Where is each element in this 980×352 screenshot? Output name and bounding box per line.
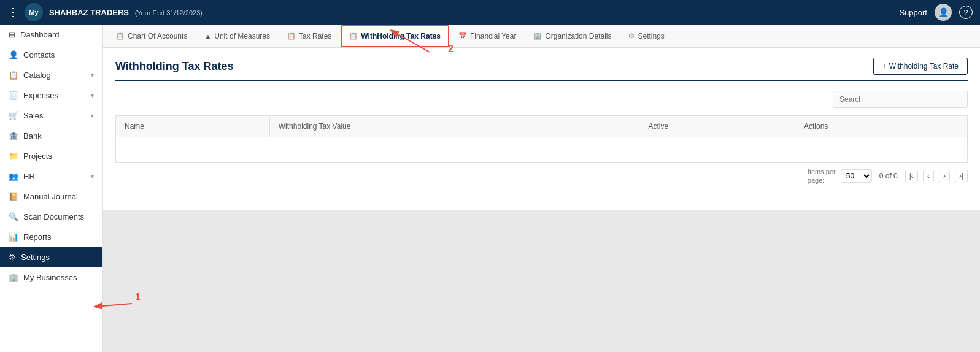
tab-settings-tab[interactable]: ⚙ Settings — [620, 25, 672, 47]
manual-journal-icon: 📔 — [9, 192, 18, 201]
sidebar-item-sales[interactable]: 🛒 Sales ▾ — [0, 105, 102, 126]
help-icon[interactable]: ? — [959, 6, 973, 19]
data-table: NameWithholding Tax ValueActiveActions — [115, 115, 968, 163]
tab-financial-year[interactable]: 📅 Financial Year — [450, 25, 524, 47]
sidebar-item-label: HR — [23, 172, 86, 181]
page-title-row: Withholding Tax Rates + Withholding Tax … — [115, 58, 968, 81]
catalog-icon: 📋 — [9, 71, 18, 80]
content-area: 📋 Chart Of Accounts ▲ Unit of Measures 📋… — [103, 25, 980, 352]
tab-unit-of-measures[interactable]: ▲ Unit of Measures — [196, 25, 278, 47]
chevron-down-icon: ▾ — [91, 92, 94, 99]
sidebar-item-label: Bank — [23, 131, 94, 140]
tab-label: WithHolding Tax Rates — [361, 32, 441, 40]
col-header-name: Name — [116, 116, 270, 137]
sidebar-item-manual-journal[interactable]: 📔 Manual Journal — [0, 186, 102, 207]
sidebar-item-label: Settings — [21, 253, 94, 262]
scan-documents-icon: 🔍 — [9, 212, 18, 221]
items-per-page-select[interactable]: 102550100 — [841, 169, 872, 183]
user-avatar[interactable]: 👤 — [935, 4, 952, 21]
sidebar-item-projects[interactable]: 📁 Projects — [0, 146, 102, 166]
sidebar-item-label: Reports — [23, 232, 94, 242]
tab-label: Unit of Measures — [214, 32, 270, 40]
col-header-active: Active — [639, 116, 795, 137]
page-title: Withholding Tax Rates — [115, 60, 234, 73]
sidebar-item-reports[interactable]: 📊 Reports — [0, 227, 102, 247]
main-layout: ⊞ Dashboard 👤 Contacts 📋 Catalog ▾ 🧾 Exp… — [0, 25, 980, 352]
chevron-down-icon: ▾ — [91, 173, 94, 180]
financial-year-tab-icon: 📅 — [458, 32, 467, 40]
top-header: ⋮ My SHAHBAZ TRADERS (Year End 31/12/202… — [0, 0, 980, 25]
search-row — [115, 91, 968, 108]
sidebar-item-label: Scan Documents — [23, 212, 94, 221]
contacts-icon: 👤 — [9, 50, 18, 59]
logo: My — [25, 3, 43, 21]
dashboard-icon: ⊞ — [9, 30, 15, 39]
support-link[interactable]: Support — [899, 8, 927, 17]
pagination-last-button[interactable]: ›| — [955, 170, 968, 182]
tab-label: Tax Rates — [299, 32, 331, 40]
my-businesses-icon: 🏢 — [9, 273, 18, 282]
search-input[interactable] — [833, 91, 968, 108]
menu-dots-icon[interactable]: ⋮ — [7, 6, 18, 19]
tab-label: Settings — [638, 32, 664, 40]
sidebar-item-dashboard[interactable]: ⊞ Dashboard — [0, 25, 102, 45]
sidebar: ⊞ Dashboard 👤 Contacts 📋 Catalog ▾ 🧾 Exp… — [0, 25, 103, 352]
withholding-tax-rates-tab-icon: 📋 — [349, 32, 358, 40]
sidebar-item-label: Projects — [23, 151, 94, 161]
reports-icon: 📊 — [9, 232, 18, 242]
sidebar-item-bank[interactable]: 🏦 Bank — [0, 126, 102, 146]
page-background — [103, 210, 980, 352]
pagination-count: 0 of 0 — [879, 172, 898, 180]
chevron-down-icon: ▾ — [91, 72, 94, 78]
projects-icon: 📁 — [9, 151, 18, 161]
sidebar-item-scan-documents[interactable]: 🔍 Scan Documents — [0, 207, 102, 227]
hr-icon: 👥 — [9, 172, 18, 181]
sidebar-item-label: Manual Journal — [23, 192, 94, 201]
col-header-withholding-value: Withholding Tax Value — [269, 116, 639, 137]
tax-rates-tab-icon: 📋 — [287, 32, 296, 40]
tab-organization-details[interactable]: 🏢 Organization Details — [525, 25, 619, 47]
unit-of-measures-tab-icon: ▲ — [204, 33, 211, 40]
chart-of-accounts-tab-icon: 📋 — [116, 32, 125, 40]
company-name: SHAHBAZ TRADERS (Year End 31/12/2023) — [49, 8, 203, 17]
items-per-page-label: Items per page: — [808, 167, 836, 185]
chevron-down-icon: ▾ — [91, 112, 94, 119]
tab-label: Organization Details — [545, 32, 611, 40]
sidebar-item-hr[interactable]: 👥 HR ▾ — [0, 166, 102, 186]
sidebar-item-label: Sales — [23, 111, 86, 120]
organization-details-tab-icon: 🏢 — [533, 32, 542, 40]
sales-icon: 🛒 — [9, 111, 18, 120]
pagination-next-button[interactable]: › — [939, 170, 950, 182]
page-content: Withholding Tax Rates + Withholding Tax … — [103, 48, 980, 210]
sidebar-item-label: Dashboard — [20, 30, 94, 39]
settings-tab-tab-icon: ⚙ — [628, 32, 635, 40]
sidebar-item-expenses[interactable]: 🧾 Expenses ▾ — [0, 85, 102, 105]
tab-withholding-tax-rates[interactable]: 📋 WithHolding Tax Rates — [341, 25, 449, 47]
col-header-actions: Actions — [795, 116, 968, 137]
header-right: Support 👤 ? — [899, 4, 973, 21]
tab-label: Chart Of Accounts — [128, 32, 187, 40]
sidebar-item-my-businesses[interactable]: 🏢 My Businesses — [0, 267, 102, 288]
expenses-icon: 🧾 — [9, 91, 18, 100]
tab-bar: 📋 Chart Of Accounts ▲ Unit of Measures 📋… — [103, 25, 980, 48]
add-withholding-tax-rate-button[interactable]: + Withholding Tax Rate — [873, 58, 968, 75]
sidebar-item-label: My Businesses — [23, 273, 94, 282]
sidebar-item-label: Catalog — [23, 71, 86, 80]
tab-tax-rates[interactable]: 📋 Tax Rates — [279, 25, 339, 47]
tab-label: Financial Year — [470, 32, 516, 40]
sidebar-item-label: Contacts — [23, 50, 94, 59]
settings-icon: ⚙ — [9, 253, 16, 262]
sidebar-item-label: Expenses — [23, 91, 86, 100]
pagination-row: Items per page: 102550100 0 of 0 |‹ ‹ › … — [115, 163, 968, 190]
pagination-first-button[interactable]: |‹ — [905, 170, 918, 182]
header-left: ⋮ My SHAHBAZ TRADERS (Year End 31/12/202… — [7, 3, 203, 21]
bank-icon: 🏦 — [9, 131, 18, 140]
sidebar-item-catalog[interactable]: 📋 Catalog ▾ — [0, 65, 102, 85]
pagination-prev-button[interactable]: ‹ — [923, 170, 934, 182]
sidebar-item-contacts[interactable]: 👤 Contacts — [0, 45, 102, 65]
tab-chart-of-accounts[interactable]: 📋 Chart Of Accounts — [108, 25, 195, 47]
sidebar-item-settings[interactable]: ⚙ Settings — [0, 247, 102, 267]
